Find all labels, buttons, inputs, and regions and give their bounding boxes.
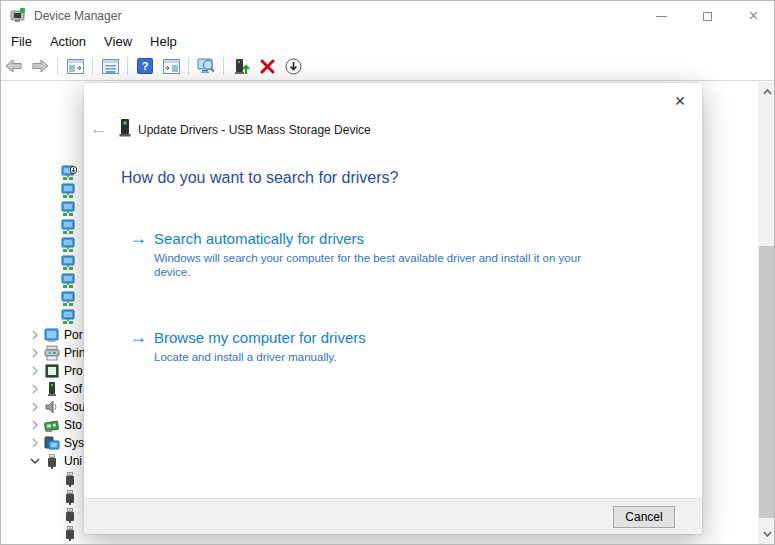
chevron-right-icon[interactable] [27,435,43,451]
chevron-right-icon[interactable] [27,381,43,397]
network-adapter-icon[interactable] [61,255,77,271]
usb-device-icon[interactable] [62,507,78,523]
properties-icon [102,59,119,74]
title-bar: Device Manager × [1,1,775,31]
close-window-button[interactable]: × [731,1,775,31]
usb-device-icon[interactable] [62,489,78,505]
scrollbar-thumb[interactable] [759,246,775,518]
chevron-down-icon[interactable] [27,453,43,469]
network-adapter-icon[interactable] [61,183,77,199]
disable-device-button[interactable] [281,54,305,78]
network-adapter-icon[interactable] [61,201,77,217]
dialog-heading: How do you want to search for drivers? [121,169,398,187]
chevron-right-icon[interactable] [27,363,43,379]
toolbar-separator [92,57,93,75]
uninstall-x-icon [260,59,275,74]
toolbar-separator [188,57,189,75]
device-manager-icon [10,7,26,23]
close-icon: × [749,8,758,24]
network-adapter-icon[interactable] [61,291,77,307]
disable-down-arrow-icon [285,58,302,75]
speaker-icon [44,399,60,415]
menu-file[interactable]: File [1,32,41,51]
scrollbar-up-icon[interactable] [758,84,775,100]
chevron-right-icon[interactable] [27,345,43,361]
toolbar: ? [1,52,775,81]
usb-device-icon[interactable] [62,525,78,541]
device-tree-pane: Por Prin Pro Sof Sou Sto [1,81,775,545]
update-drivers-dialog: × ← Update Drivers - USB Mass Storage De… [84,83,702,534]
dialog-title: Update Drivers - USB Mass Storage Device [138,123,371,137]
toolbar-separator [127,57,128,75]
scan-hardware-changes-button[interactable] [194,54,218,78]
action-pane-icon [163,59,180,74]
maximize-icon [703,12,712,21]
back-arrow-icon [5,59,23,73]
scrollbar-down-icon[interactable] [758,526,775,542]
tree-item-software-devices[interactable]: Sof [1,380,85,398]
network-adapter-icon[interactable] [61,219,77,235]
properties-button[interactable] [98,54,122,78]
back-button[interactable] [2,54,26,78]
scan-hardware-icon [197,58,216,74]
browse-computer-option[interactable]: → Browse my computer for drivers Locate … [129,329,649,364]
minimize-icon [656,16,667,17]
forward-arrow-icon [31,59,49,73]
processor-icon [44,363,60,379]
option-description: Windows will search your computer for th… [154,251,599,280]
storage-controller-icon [44,417,60,433]
system-device-icon [44,435,60,451]
show-console-tree-button[interactable] [63,54,87,78]
tree-item-print-queues[interactable]: Prin [1,344,85,362]
network-adapter-icon[interactable] [61,237,77,253]
network-adapter-icon-disabled[interactable] [61,165,77,181]
toolbar-separator [223,57,224,75]
update-driver-icon [233,58,250,75]
cancel-button[interactable]: Cancel [613,506,675,528]
window-title: Device Manager [34,9,121,23]
printer-icon [44,345,60,361]
show-action-pane-button[interactable] [159,54,183,78]
right-arrow-icon: → [129,228,147,249]
menu-action[interactable]: Action [41,32,95,51]
usb-plug-icon [44,453,60,469]
chevron-right-icon[interactable] [27,399,43,415]
update-driver-button[interactable] [229,54,253,78]
option-title: Search automatically for drivers [154,230,649,247]
device-tree-strip: Por Prin Pro Sof Sou Sto [1,81,85,545]
dialog-close-button[interactable]: × [669,90,691,112]
tree-scrollbar[interactable] [758,82,775,545]
ports-icon [44,327,60,343]
usb-mass-storage-icon [118,119,132,138]
network-adapter-icon[interactable] [61,309,77,325]
search-automatically-option[interactable]: → Search automatically for drivers Windo… [129,230,649,280]
toolbar-separator [57,57,58,75]
chevron-right-icon[interactable] [27,327,43,343]
tree-item-system-devices[interactable]: Sys [1,434,85,452]
chevron-right-icon[interactable] [27,417,43,433]
uninstall-device-button[interactable] [255,54,279,78]
tree-item-usb-controllers[interactable]: Uni [1,452,85,470]
tree-item-storage-controllers[interactable]: Sto [1,416,85,434]
minimize-button[interactable] [639,1,684,31]
menu-view[interactable]: View [95,32,141,51]
right-arrow-icon: → [129,327,147,348]
device-manager-window: { "window": { "title": "Device Manager" … [0,0,775,545]
tree-item-ports[interactable]: Por [1,326,85,344]
option-title: Browse my computer for drivers [154,329,649,346]
help-icon: ? [137,58,153,74]
maximize-button[interactable] [685,1,730,31]
forward-button[interactable] [28,54,52,78]
dialog-footer: Cancel [84,498,702,534]
usb-device-icon[interactable] [62,471,78,487]
network-adapter-icon[interactable] [61,273,77,289]
svg-text:?: ? [142,60,149,72]
dialog-back-icon[interactable]: ← [90,119,107,139]
menu-help[interactable]: Help [141,32,186,51]
console-tree-icon [67,59,84,74]
help-button[interactable]: ? [133,54,157,78]
option-description: Locate and install a driver manually. [154,350,599,364]
software-device-icon [44,381,60,397]
tree-item-processors[interactable]: Pro [1,362,85,380]
tree-item-sound-controllers[interactable]: Sou [1,398,85,416]
